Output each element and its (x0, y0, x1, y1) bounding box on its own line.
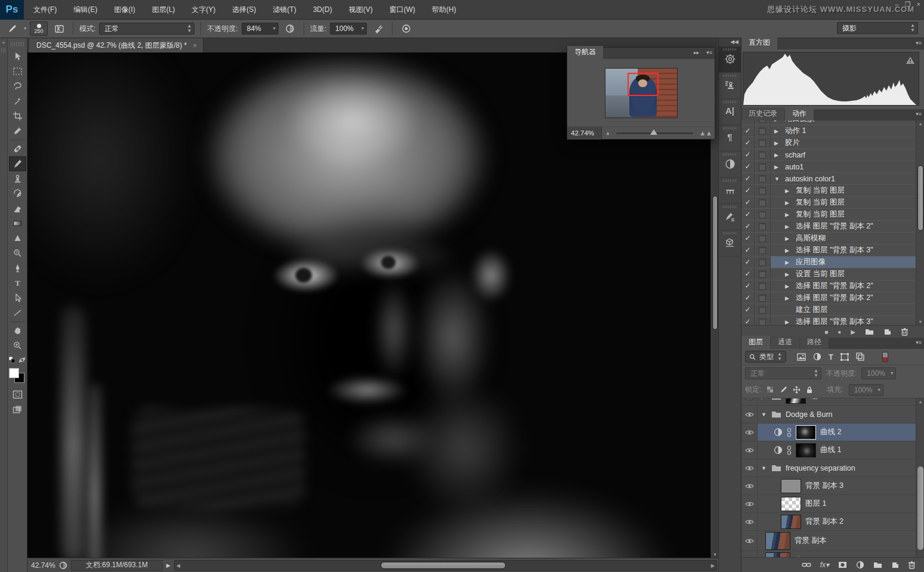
brush-presets-panel-icon[interactable] (719, 178, 741, 204)
expand-arrow-icon[interactable]: ▶ (785, 271, 791, 277)
expand-arrow-icon[interactable]: ▶ (785, 224, 791, 230)
expand-arrow-icon[interactable]: ▶ (785, 248, 791, 253)
action-row[interactable]: ✓▶选择 图层 "背景 副本 2" (741, 280, 916, 292)
paragraph-panel-icon[interactable]: ¶ (719, 125, 741, 151)
toggle-brush-panel-icon[interactable] (51, 21, 67, 36)
eye-icon[interactable] (745, 465, 754, 471)
magic-wand-tool[interactable] (9, 94, 26, 109)
character-panel-icon[interactable]: A| (719, 99, 741, 125)
menu-2[interactable]: 图像(I) (106, 0, 143, 20)
layer-row[interactable]: 曲线 1 (741, 441, 916, 459)
action-check-toggle[interactable]: ✓ (741, 245, 755, 256)
play-icon[interactable]: ▶ (851, 329, 855, 335)
status-popup-icon[interactable]: ▶ (166, 562, 171, 568)
action-row[interactable]: ✓建立 图层 (741, 304, 916, 316)
navigator-view-rectangle[interactable] (628, 73, 659, 96)
horizontal-scrollbar-thumb[interactable] (381, 562, 506, 569)
scroll-down-icon[interactable]: ▼ (711, 552, 719, 556)
lock-transparency-icon[interactable] (767, 386, 774, 394)
filter-toggle[interactable] (882, 352, 888, 362)
pressure-size-icon[interactable] (398, 21, 414, 36)
action-check-toggle[interactable]: ✓ (741, 304, 755, 316)
layer-thumbnail[interactable] (781, 515, 801, 529)
expand-arrow-icon[interactable]: ▶ (774, 140, 780, 146)
action-dialog-toggle[interactable] (755, 245, 771, 256)
layer-mask-thumbnail[interactable] (796, 443, 816, 457)
menu-10[interactable]: 帮助(H) (424, 0, 465, 20)
scroll-left-icon[interactable]: ◀ (177, 563, 180, 568)
delete-layer-icon[interactable] (908, 561, 916, 569)
zoom-slider-thumb[interactable] (650, 129, 657, 135)
eye-icon[interactable] (745, 412, 754, 418)
layer-name[interactable]: 背景 副本 (795, 536, 826, 546)
action-check-toggle[interactable]: ✓ (741, 161, 755, 172)
layer-row[interactable]: 背景 副本 (741, 531, 916, 551)
action-row[interactable]: ✓▶增白皮肤 (741, 120, 916, 125)
action-dialog-toggle[interactable] (755, 197, 771, 208)
action-row[interactable]: ✓▶高斯模糊 (741, 233, 916, 245)
menu-4[interactable]: 文字(Y) (183, 0, 224, 20)
mask-link-icon[interactable] (787, 446, 792, 455)
filter-shape-layers-icon[interactable] (840, 353, 849, 361)
action-dialog-toggle[interactable] (755, 209, 771, 220)
layer-name[interactable]: frequency separation (786, 464, 855, 472)
crop-tool[interactable] (9, 109, 26, 123)
new-group-icon[interactable] (873, 561, 882, 568)
action-dialog-toggle[interactable] (755, 137, 771, 149)
layer-row[interactable]: ▶组 5 (741, 398, 916, 406)
filter-adjustment-layers-icon[interactable] (813, 353, 821, 361)
layer-visibility-toggle[interactable] (741, 406, 758, 423)
expand-arrow-icon[interactable]: ▶ (785, 319, 791, 325)
action-row[interactable]: ✓▶选择 图层 "背景 副本 2" (741, 221, 916, 233)
menu-8[interactable]: 视图(V) (341, 0, 381, 20)
zoom-out-icon[interactable]: ▲ (605, 131, 610, 136)
layer-visibility-toggle[interactable] (741, 551, 758, 557)
action-check-toggle[interactable]: ✓ (741, 256, 755, 268)
panel-menu-icon[interactable]: ▾≡ (916, 339, 922, 345)
group-expand-icon[interactable]: ▶ (761, 398, 767, 400)
brush-tool[interactable] (9, 156, 26, 171)
expand-arrow-icon[interactable]: ▶ (785, 200, 791, 206)
action-dialog-toggle[interactable] (755, 221, 771, 232)
layers-scrollbar[interactable]: ▲ (916, 398, 924, 557)
action-check-toggle[interactable]: ✓ (741, 221, 755, 232)
document-size-info[interactable]: 文档:69.1M/693.1M (71, 560, 163, 571)
action-dialog-toggle[interactable] (755, 173, 771, 184)
layer-styles-icon[interactable]: fx▾ (820, 561, 829, 569)
line-tool[interactable] (9, 305, 26, 320)
tool-presets-panel-icon[interactable] (719, 204, 741, 230)
expand-arrow-icon[interactable]: ▶ (785, 295, 791, 301)
new-layer-icon[interactable] (891, 561, 899, 569)
action-row[interactable]: ✓▶复制 当前 图层 (741, 209, 916, 221)
layer-row[interactable]: 曲线 2 (741, 423, 916, 441)
layers-scrollbar-thumb[interactable] (917, 466, 923, 550)
scroll-down-icon[interactable]: ▼ (916, 320, 924, 324)
swap-colors-icon[interactable] (18, 357, 26, 363)
tab-paths[interactable]: 路径 (800, 336, 829, 349)
action-dialog-toggle[interactable] (755, 185, 771, 196)
action-check-toggle[interactable]: ✓ (741, 173, 755, 184)
layer-mask-thumbnail[interactable] (796, 425, 816, 440)
layer-name[interactable]: 背景 (795, 556, 809, 557)
menu-7[interactable]: 3D(D) (305, 0, 341, 20)
action-check-toggle[interactable]: ✓ (741, 233, 755, 244)
action-row[interactable]: ✓▶复制 当前 图层 (741, 185, 916, 197)
action-check-toggle[interactable]: ✓ (741, 280, 755, 292)
layer-thumbnail[interactable] (765, 552, 790, 558)
layer-row[interactable]: 背景 (741, 551, 916, 557)
pen-tool[interactable] (9, 261, 26, 276)
layer-thumbnail[interactable] (781, 479, 801, 493)
airbrush-icon[interactable] (370, 21, 386, 36)
layer-visibility-toggle[interactable] (741, 398, 758, 405)
layer-visibility-toggle[interactable] (741, 477, 758, 494)
clone-source-panel-icon[interactable] (719, 73, 741, 99)
expand-arrow-icon[interactable]: ▶ (774, 164, 780, 170)
close-button[interactable]: × (917, 0, 920, 8)
layer-blend-mode-select[interactable]: 正常 ▲▼ (745, 367, 821, 379)
group-mask-thumbnail[interactable] (786, 398, 806, 404)
group-expand-icon[interactable]: ▼ (761, 465, 767, 471)
tab-actions[interactable]: 动作 (785, 107, 814, 120)
histogram-plot[interactable] (743, 52, 919, 106)
tab-channels[interactable]: 通道 (771, 336, 799, 349)
expand-panels-icon[interactable]: ◀◀ (719, 38, 741, 47)
